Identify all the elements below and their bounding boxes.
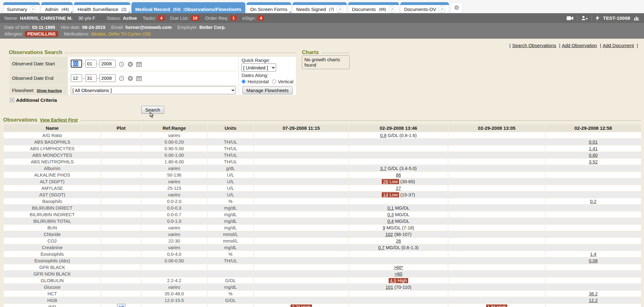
observation-name: BILIRUBIN DIRECT (4, 205, 101, 211)
open-in-new-icon[interactable]: ↗ (388, 6, 395, 13)
clear-date-icon[interactable] (128, 62, 133, 67)
tab-documents-dv[interactable]: Documents-DV↗ (400, 2, 449, 13)
observation-name: INR (4, 304, 101, 307)
date-start-month-input[interactable]: 01 (71, 60, 82, 68)
additional-criteria-toggle[interactable]: + Additional Criteria (9, 96, 297, 104)
observation-value-link[interactable]: 86 (396, 173, 401, 178)
date-end-month-input[interactable]: 12 (71, 74, 82, 82)
tasks-count-badge[interactable]: 4 (158, 15, 164, 21)
quick-range-select[interactable]: [ Unlimited ] (242, 63, 276, 72)
observation-cell (546, 185, 641, 191)
observation-cell (448, 198, 545, 204)
sparkline-plot-icon[interactable] (117, 304, 125, 307)
ref-range: varies (142, 284, 207, 290)
dates-along-horizontal-radio[interactable] (242, 79, 246, 84)
observation-cell (448, 172, 545, 178)
open-in-new-icon[interactable]: ↗ (336, 6, 343, 13)
abnormal-flag: 14 Low (382, 192, 399, 197)
observation-value-link[interactable]: 0.1 (387, 206, 394, 211)
settings-tab-button[interactable]: ⚙ (450, 2, 463, 13)
observation-value-link[interactable]: 14 (383, 192, 388, 197)
observation-value-link[interactable]: 26 (383, 179, 388, 184)
observation-name: ABS BASOPHILS (4, 139, 101, 145)
observation-value-link[interactable]: 0.08 (589, 258, 597, 263)
calendar-icon[interactable] (136, 76, 142, 81)
tab-on-screen-forms[interactable]: On Screen Forms (247, 2, 291, 13)
observation-value-link[interactable]: 38.2 (589, 291, 597, 296)
column-header: Units (208, 124, 253, 132)
observation-value-link[interactable]: 0.01 (589, 140, 597, 145)
observation-cell (448, 211, 545, 217)
tab-medical-record[interactable]: Medical Record(53):Observations/Flowshee… (131, 2, 245, 13)
units: TH/UL (208, 145, 253, 151)
ref-range: 0.00-0.20 (142, 139, 207, 145)
tab-bar: Summary↗Admin(44)Health Surveillance(2)M… (0, 0, 644, 13)
observation-row: ALKALINE PHOS50-136U/L86 (4, 172, 641, 178)
units: mg/dL (208, 211, 253, 217)
tab-label: Documents (352, 7, 376, 12)
observation-value-link[interactable]: 9 (383, 225, 385, 230)
observation-value-link[interactable]: 1.41 (589, 146, 597, 151)
dates-along-vertical-radio[interactable] (272, 79, 276, 84)
plot-cell (101, 297, 141, 303)
observation-value-link[interactable]: >60* (394, 265, 403, 270)
observation-value-link[interactable]: 1.4 (590, 252, 596, 257)
date-start-day-input[interactable]: 01 (85, 60, 97, 68)
date-end-year-input[interactable]: 2008 (99, 74, 116, 82)
observation-cell: 27 (349, 185, 448, 191)
observation-value-link[interactable]: 4.5 (390, 278, 396, 283)
open-in-new-icon[interactable]: ↗ (29, 6, 36, 13)
add-document-link[interactable]: Add Document (603, 43, 634, 48)
date-end-day-input[interactable]: 31 (85, 74, 97, 82)
medication-link[interactable]: Ortho Tri-Cyclen (28) (108, 31, 151, 36)
manage-flowsheets-button[interactable]: Manage Flowsheets (242, 86, 293, 94)
show-inactive-link[interactable]: Show Inactive (37, 89, 62, 93)
tab-summary[interactable]: Summary↗ (3, 2, 40, 13)
tab-health-surveillance[interactable]: Health Surveillance(2) (74, 2, 130, 13)
add-person-icon[interactable] (581, 16, 588, 20)
view-earliest-first-link[interactable]: View Earliest First (40, 118, 78, 123)
observation-cell (349, 152, 448, 158)
allergy-badge[interactable]: PENICILLINS (25, 31, 58, 37)
lightning-icon[interactable] (596, 15, 599, 21)
observation-value-link[interactable]: 2.2* (292, 304, 300, 307)
clock-icon[interactable] (119, 76, 124, 81)
observation-value-link[interactable]: 102 (385, 232, 393, 237)
patient-age-sex: 30 y/o F (78, 15, 95, 21)
observation-value-link[interactable]: 0.2 (590, 199, 596, 204)
clock-icon[interactable] (119, 62, 124, 67)
patient-name: HARRIS, CHRISTINE M. (20, 15, 73, 21)
bar-chart-icon[interactable] (634, 16, 640, 20)
order-req-count-badge[interactable]: 1 (230, 15, 237, 21)
video-call-icon[interactable] (567, 16, 574, 20)
observation-value-link[interactable]: 26 (396, 238, 401, 244)
open-in-new-icon[interactable]: ↗ (438, 6, 445, 13)
tab-documents[interactable]: Documents(66)↗ (348, 2, 399, 13)
observation-value-link[interactable]: 27 (396, 186, 401, 191)
observation-value-link[interactable]: 0.4 (387, 219, 394, 224)
observation-value-link[interactable]: 0.8 (380, 133, 386, 138)
tab-needs-signed[interactable]: Needs Signed(7)↗ (292, 2, 347, 13)
clear-date-icon[interactable] (128, 76, 133, 81)
search-observations-link[interactable]: Search Observations (512, 43, 556, 48)
observation-cell (546, 304, 641, 307)
plot-cell (101, 205, 141, 211)
flowsheet-select[interactable]: [ All Observations ] (71, 86, 236, 94)
observation-cell (448, 238, 545, 244)
observation-value-link[interactable]: 0.7 (378, 245, 385, 250)
esign-count-badge[interactable]: 4 (258, 15, 264, 21)
tab-admin[interactable]: Admin(44) (41, 2, 73, 13)
medication-link[interactable]: Miralax (91, 31, 106, 36)
observation-value-link[interactable]: 12.2 (589, 298, 597, 303)
add-observation-link[interactable]: Add Observation (562, 43, 597, 48)
date-start-year-input[interactable]: 2008 (99, 60, 116, 68)
observation-value-link[interactable]: 0.3 (387, 212, 394, 217)
observation-value-link[interactable]: >60 (395, 271, 402, 277)
observation-value-link[interactable]: 3.7 (380, 166, 386, 171)
observation-value-link[interactable]: 1.5* (487, 304, 496, 307)
calendar-icon[interactable] (136, 62, 142, 67)
observation-value-link[interactable]: 3.52 (589, 159, 597, 164)
observation-value-link[interactable]: 0.60 (589, 153, 597, 158)
observation-value-link[interactable]: 101 (386, 285, 393, 290)
due-list-count-badge[interactable]: 10 (191, 15, 199, 21)
